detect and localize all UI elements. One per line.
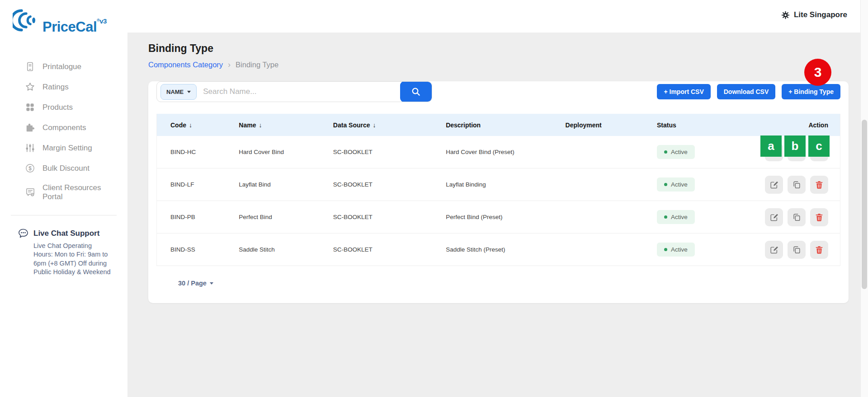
sort-down-icon[interactable]: ↓ — [189, 121, 192, 129]
sidebar-item-label: Printalogue — [42, 62, 81, 71]
binding-type-card: NAME + Import CSV Download CSV 3 + Bindi… — [148, 81, 849, 303]
cell-status: Active — [657, 243, 762, 257]
annotation-label-b: b — [784, 135, 806, 157]
search-bar: NAME — [156, 81, 432, 102]
sidebar-divider — [11, 215, 117, 215]
sidebar-item-label: Components — [42, 123, 86, 132]
cell-code: BIND-HC — [157, 149, 239, 155]
sidebar-item-label: Products — [42, 103, 73, 112]
search-input[interactable] — [197, 87, 400, 96]
status-dot-icon — [664, 248, 667, 251]
column-header-description: Description — [446, 121, 565, 129]
pricecal-logo-icon — [13, 9, 38, 32]
column-header-code[interactable]: Code↓ — [157, 121, 239, 129]
cell-name: Hard Cover Bind — [239, 149, 333, 155]
live-chat-hours: Live Chat Operating Hours: Mon to Fri: 9… — [33, 242, 112, 276]
live-chat-heading[interactable]: Live Chat Support — [17, 227, 108, 239]
cell-description: Hard Cover Bind (Preset) — [446, 149, 565, 155]
page-size-label: 30 / Page — [178, 280, 207, 287]
dollar-circle-icon: $ — [25, 163, 35, 173]
topbar: Lite Singapore — [127, 0, 868, 33]
sidebar-item-margin-setting[interactable]: Margin Setting — [25, 138, 127, 158]
sidebar-item-ratings[interactable]: Ratings — [25, 77, 127, 97]
edit-icon — [769, 180, 778, 189]
sidebar-item-label: Ratings — [42, 83, 69, 92]
chevron-down-icon — [187, 91, 191, 93]
edit-button[interactable] — [765, 208, 783, 226]
sidebar-item-bulk-discount[interactable]: $ Bulk Discount — [25, 158, 127, 178]
sidebar-item-products[interactable]: Products — [25, 97, 127, 117]
table-row: BIND-PB Perfect Bind SC-BOOKLET Perfect … — [157, 201, 840, 234]
cell-name: Layflat Bind — [239, 181, 333, 188]
search-field-dropdown[interactable]: NAME — [160, 84, 197, 100]
edit-button[interactable] — [765, 176, 783, 194]
puzzle-icon — [25, 122, 35, 133]
cell-status: Active — [657, 145, 762, 159]
sort-down-icon[interactable]: ↓ — [373, 121, 376, 129]
delete-button[interactable] — [810, 208, 828, 226]
edit-button[interactable] — [765, 241, 783, 259]
toolbar: NAME + Import CSV Download CSV 3 + Bindi… — [156, 81, 840, 102]
brand-logo[interactable]: PriceCal®v3 — [0, 0, 127, 38]
column-header-name[interactable]: Name↓ — [239, 121, 333, 129]
phone-icon — [25, 61, 35, 72]
chevron-down-icon — [210, 282, 213, 285]
sidebar-item-client-resources[interactable]: Client Resources Portal — [25, 178, 127, 206]
sidebar-item-printalogue[interactable]: Printalogue — [25, 56, 127, 77]
cell-data-source: SC-BOOKLET — [333, 149, 446, 155]
copy-icon — [792, 213, 801, 222]
cell-action — [762, 208, 840, 226]
trash-icon — [815, 245, 824, 254]
search-button[interactable] — [400, 81, 432, 102]
search-icon — [411, 87, 421, 97]
edit-icon — [769, 213, 778, 222]
sidebar-item-label: Client Resources Portal — [42, 183, 115, 201]
cell-description: Saddle Stitch (Preset) — [446, 246, 565, 253]
copy-button[interactable] — [788, 241, 806, 259]
delete-button[interactable] — [810, 241, 828, 259]
copy-button[interactable] — [788, 176, 806, 194]
live-chat-title: Live Chat Support — [33, 229, 99, 238]
copy-button[interactable] — [788, 208, 806, 226]
status-dot-icon — [664, 215, 667, 219]
cell-data-source: SC-BOOKLET — [333, 214, 446, 220]
grid-icon — [25, 102, 35, 112]
add-binding-type-button[interactable]: + Binding Type — [782, 84, 840, 99]
status-badge: Active — [657, 210, 695, 224]
gear-icon — [781, 11, 790, 19]
main-content: Binding Type Components Category › Bindi… — [127, 33, 868, 397]
import-csv-button[interactable]: + Import CSV — [657, 84, 710, 99]
sidebar-item-components[interactable]: Components — [25, 117, 127, 138]
cell-data-source: SC-BOOKLET — [333, 246, 446, 253]
binding-type-table: Code↓ Name↓ Data Source↓ Description Dep… — [156, 114, 840, 266]
scrollbar-thumb[interactable] — [862, 120, 867, 289]
cell-action — [762, 241, 840, 259]
column-header-action: Action — [762, 121, 840, 129]
column-header-status: Status — [657, 121, 762, 129]
download-csv-button[interactable]: Download CSV — [717, 84, 776, 99]
cell-description: Perfect Bind (Preset) — [446, 214, 565, 220]
toolbar-actions: + Import CSV Download CSV 3 + Binding Ty… — [657, 84, 840, 99]
table-row: BIND-SS Saddle Stitch SC-BOOKLET Saddle … — [157, 234, 840, 266]
cell-action — [762, 176, 840, 194]
status-dot-icon — [664, 150, 667, 154]
column-header-data-source[interactable]: Data Source↓ — [333, 121, 446, 129]
tutorial-step-badge: 3 — [804, 59, 831, 86]
workspace-selector[interactable]: Lite Singapore — [781, 10, 847, 19]
sidebar-nav: Printalogue Ratings Products Components — [0, 56, 127, 206]
table-header: Code↓ Name↓ Data Source↓ Description Dep… — [157, 114, 840, 136]
star-icon — [25, 82, 35, 92]
brand-name: PriceCal®v3 — [42, 9, 107, 38]
page-size-dropdown[interactable]: 30 / Page — [178, 280, 849, 287]
table-row: BIND-HC Hard Cover Bind SC-BOOKLET Hard … — [157, 136, 840, 168]
table-row: BIND-LF Layflat Bind SC-BOOKLET Layflat … — [157, 168, 840, 201]
chevron-right-icon: › — [228, 60, 231, 70]
cell-status: Active — [657, 210, 762, 224]
delete-button[interactable] — [810, 176, 828, 194]
breadcrumb-parent-link[interactable]: Components Category — [148, 61, 223, 69]
sort-down-icon[interactable]: ↓ — [259, 121, 262, 129]
cell-description: Layflat Binding — [446, 181, 565, 188]
sidebar-item-label: Margin Setting — [42, 144, 92, 153]
cell-name: Perfect Bind — [239, 214, 333, 220]
edit-icon — [769, 245, 778, 254]
